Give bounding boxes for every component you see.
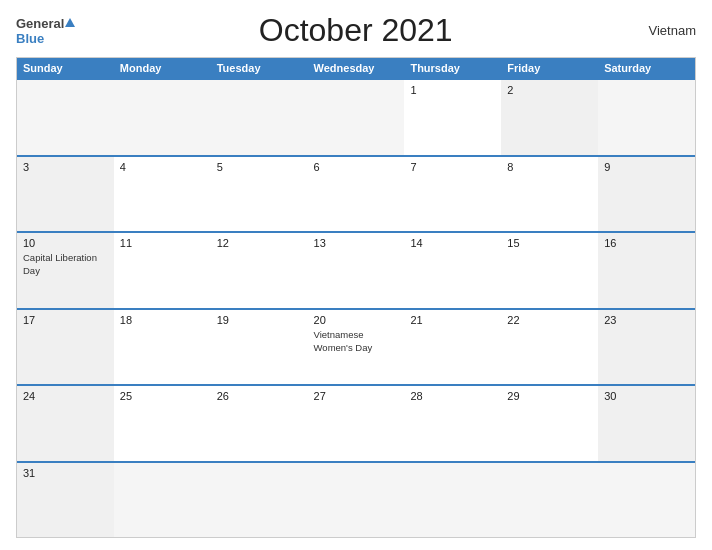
day-number: 16 <box>604 237 689 249</box>
calendar-week-4: 17181920Vietnamese Women's Day212223 <box>17 308 695 385</box>
header-friday: Friday <box>501 58 598 78</box>
calendar-cell: 3 <box>17 157 114 232</box>
day-number: 3 <box>23 161 108 173</box>
calendar-cell: 20Vietnamese Women's Day <box>308 310 405 385</box>
calendar-cell: 13 <box>308 233 405 308</box>
day-number: 28 <box>410 390 495 402</box>
day-number: 5 <box>217 161 302 173</box>
page: General Blue October 2021 Vietnam Sunday… <box>0 0 712 550</box>
calendar-cell <box>211 463 308 538</box>
calendar-cell: 19 <box>211 310 308 385</box>
calendar-cell: 31 <box>17 463 114 538</box>
calendar-cell: 29 <box>501 386 598 461</box>
country-label: Vietnam <box>636 23 696 38</box>
header-saturday: Saturday <box>598 58 695 78</box>
day-number: 6 <box>314 161 399 173</box>
calendar-cell: 24 <box>17 386 114 461</box>
day-number: 8 <box>507 161 592 173</box>
calendar-cell <box>114 80 211 155</box>
calendar-cell: 9 <box>598 157 695 232</box>
calendar-cell <box>308 80 405 155</box>
day-number: 27 <box>314 390 399 402</box>
calendar-cell: 4 <box>114 157 211 232</box>
calendar-cell: 30 <box>598 386 695 461</box>
calendar-cell: 6 <box>308 157 405 232</box>
day-number: 19 <box>217 314 302 326</box>
month-title: October 2021 <box>75 12 636 49</box>
day-number: 24 <box>23 390 108 402</box>
calendar-cell: 2 <box>501 80 598 155</box>
calendar-cell: 8 <box>501 157 598 232</box>
calendar-cell: 11 <box>114 233 211 308</box>
calendar-week-1: 12 <box>17 78 695 155</box>
calendar-cell: 17 <box>17 310 114 385</box>
day-number: 4 <box>120 161 205 173</box>
calendar-week-5: 24252627282930 <box>17 384 695 461</box>
calendar-cell: 23 <box>598 310 695 385</box>
calendar-week-3: 10Capital Liberation Day111213141516 <box>17 231 695 308</box>
calendar-cell: 14 <box>404 233 501 308</box>
calendar-cell: 28 <box>404 386 501 461</box>
calendar-cell <box>598 80 695 155</box>
calendar-cell: 26 <box>211 386 308 461</box>
day-number: 23 <box>604 314 689 326</box>
header-sunday: Sunday <box>17 58 114 78</box>
header-wednesday: Wednesday <box>308 58 405 78</box>
day-number: 30 <box>604 390 689 402</box>
calendar-cell <box>211 80 308 155</box>
event-label: Vietnamese Women's Day <box>314 329 373 353</box>
day-number: 20 <box>314 314 399 326</box>
calendar-cell: 22 <box>501 310 598 385</box>
day-number: 21 <box>410 314 495 326</box>
calendar-cell <box>17 80 114 155</box>
calendar-cell: 27 <box>308 386 405 461</box>
day-number: 11 <box>120 237 205 249</box>
calendar-cell: 18 <box>114 310 211 385</box>
day-number: 9 <box>604 161 689 173</box>
logo-general-text: General <box>16 16 64 31</box>
calendar-cell <box>114 463 211 538</box>
calendar-cell <box>501 463 598 538</box>
calendar-cell: 25 <box>114 386 211 461</box>
calendar-cell: 16 <box>598 233 695 308</box>
calendar-cell <box>404 463 501 538</box>
day-number: 18 <box>120 314 205 326</box>
day-number: 31 <box>23 467 108 479</box>
calendar-body: 12345678910Capital Liberation Day1112131… <box>17 78 695 537</box>
logo: General Blue <box>16 16 75 46</box>
calendar-cell: 12 <box>211 233 308 308</box>
calendar: Sunday Monday Tuesday Wednesday Thursday… <box>16 57 696 538</box>
calendar-cell: 1 <box>404 80 501 155</box>
header-thursday: Thursday <box>404 58 501 78</box>
logo-blue-text: Blue <box>16 31 44 46</box>
calendar-cell: 7 <box>404 157 501 232</box>
day-number: 7 <box>410 161 495 173</box>
calendar-cell: 15 <box>501 233 598 308</box>
header-monday: Monday <box>114 58 211 78</box>
day-number: 13 <box>314 237 399 249</box>
day-number: 22 <box>507 314 592 326</box>
header: General Blue October 2021 Vietnam <box>16 12 696 49</box>
header-tuesday: Tuesday <box>211 58 308 78</box>
calendar-cell: 21 <box>404 310 501 385</box>
day-number: 17 <box>23 314 108 326</box>
day-number: 26 <box>217 390 302 402</box>
calendar-week-6: 31 <box>17 461 695 538</box>
calendar-cell <box>308 463 405 538</box>
day-number: 12 <box>217 237 302 249</box>
day-number: 29 <box>507 390 592 402</box>
day-number: 25 <box>120 390 205 402</box>
calendar-cell <box>598 463 695 538</box>
day-number: 1 <box>410 84 495 96</box>
day-number: 10 <box>23 237 108 249</box>
calendar-week-2: 3456789 <box>17 155 695 232</box>
day-number: 15 <box>507 237 592 249</box>
calendar-cell: 10Capital Liberation Day <box>17 233 114 308</box>
logo-triangle-icon <box>65 18 75 27</box>
calendar-header: Sunday Monday Tuesday Wednesday Thursday… <box>17 58 695 78</box>
day-number: 2 <box>507 84 592 96</box>
event-label: Capital Liberation Day <box>23 252 97 276</box>
calendar-cell: 5 <box>211 157 308 232</box>
day-number: 14 <box>410 237 495 249</box>
